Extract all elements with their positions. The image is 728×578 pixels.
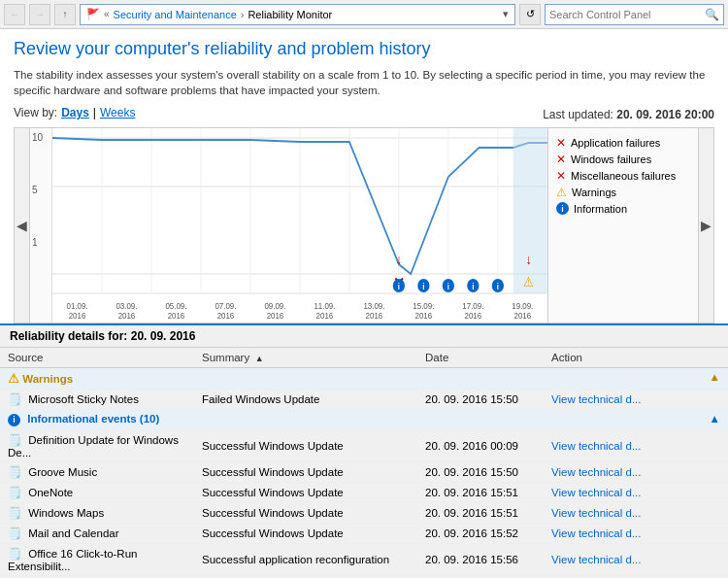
address-dropdown[interactable]: ▾ [503,8,509,20]
cell-date: 20. 09. 2016 15:52 [417,523,544,543]
cell-scroll [712,523,728,543]
cell-scroll [712,461,728,482]
y-label-5: 5 [32,185,50,195]
svg-text:2016: 2016 [366,311,383,322]
svg-text:2016: 2016 [415,311,433,322]
svg-text:2016: 2016 [316,311,334,322]
cell-date: 20. 09. 2016 15:51 [417,482,544,502]
chart-svg: ✕ ↓ i i i i i [52,128,547,323]
section-warnings: ⚠ Warnings ▲ [0,368,728,390]
section-info-toggle[interactable]: ▲ [710,413,720,425]
view-days-link[interactable]: Days [61,106,89,119]
legend-information: i Information [556,202,690,215]
cell-source: 🗒️ OneNote [0,482,194,502]
legend-misc-failures: ✕ Miscellaneous failures [556,169,690,183]
svg-text:i: i [422,282,424,292]
svg-text:2016: 2016 [217,311,235,322]
reliability-chart: ◀ 10 5 1 [14,127,714,323]
cell-summary: Successful application reconfiguration [194,543,417,575]
flag-icon: 🚩 [86,8,100,20]
cell-action[interactable]: View technical d... [544,543,712,575]
top-bar: ← → ↑ 🚩 « Security and Maintenance › Rel… [0,0,728,29]
svg-text:i: i [447,282,449,292]
app-icon: 🗒️ [8,527,21,539]
cell-action[interactable]: View technical d... [544,482,712,502]
cell-source: 🗒️ Microsoft Sticky Notes [0,390,194,410]
cell-action[interactable]: View technical d... [544,502,712,523]
view-weeks-link[interactable]: Weeks [100,106,135,119]
details-label: Reliability details for: [10,329,127,343]
svg-text:⚠: ⚠ [523,274,534,289]
breadcrumb-security[interactable]: Security and Maintenance [114,9,237,20]
table-row: 🗒️ Office 16 Click-to-Run Extensibilit..… [0,543,728,575]
table-row: 🗒️ Groove Music Successful Windows Updat… [0,461,728,482]
cell-action[interactable]: View technical d... [544,390,712,410]
cell-scroll [712,543,728,575]
last-updated: Last updated: 20. 09. 2016 20:00 [543,108,714,121]
cell-action[interactable]: View technical d... [544,523,712,543]
page-title: Review your computer's reliability and p… [14,39,714,59]
col-action[interactable]: Action [544,348,712,368]
chart-scroll-left[interactable]: ◀ [15,128,30,323]
forward-button[interactable]: → [29,4,50,25]
svg-rect-13 [513,128,547,293]
cell-date: 20. 09. 2016 15:56 [417,543,544,575]
section-info-label: Informational events (10) [27,413,159,425]
table-row: 🗒️ Microsoft Sticky Notes Failed Windows… [0,390,728,410]
info-icon: i [8,414,20,426]
back-button[interactable]: ← [4,4,25,25]
details-table: Source Summary ▲ Date Action ⚠ Warnings … [0,348,728,576]
svg-text:2016: 2016 [465,311,482,322]
cell-date: 20. 09. 2016 15:51 [417,502,544,523]
view-by-control: View by: Days | Weeks [14,106,135,119]
table-row: 🗒️ Definition Update for Windows De... S… [0,429,728,461]
breadcrumb-current: Reliability Monitor [248,9,332,20]
cell-source: 🗒️ Definition Update for Windows De... [0,429,194,461]
svg-text:2016: 2016 [514,311,532,322]
app-icon: 🗒️ [8,507,21,519]
cell-date: 20. 09. 2016 15:50 [417,461,544,482]
svg-text:i: i [398,282,400,292]
app-icon: 🗒️ [8,466,21,478]
cell-action[interactable]: View technical d... [544,429,712,461]
breadcrumb-arrow: › [241,9,245,20]
address-bar: 🚩 « Security and Maintenance › Reliabili… [80,4,515,25]
details-bar: Reliability details for: 20. 09. 2016 [0,323,728,348]
sort-arrow-summary: ▲ [252,354,263,363]
chart-area[interactable]: ✕ ↓ i i i i i [52,128,547,323]
details-date: 20. 09. 2016 [131,329,196,343]
app-icon: 🗒️ [8,434,21,446]
details-table-container[interactable]: Source Summary ▲ Date Action ⚠ Warnings … [0,348,728,576]
up-button[interactable]: ↑ [54,4,76,25]
cell-source: 🗒️ Groove Music [0,461,194,482]
table-row: 🗒️ Windows Maps Successful Windows Updat… [0,502,728,523]
section-warnings-label: Warnings [22,373,73,385]
scroll-col-header [712,348,728,368]
svg-text:i: i [472,282,474,292]
refresh-button[interactable]: ↺ [519,4,541,25]
col-date[interactable]: Date [417,348,544,368]
search-input[interactable] [549,9,705,20]
cell-action[interactable]: View technical d... [544,461,712,482]
cell-summary: Successful Windows Update [194,523,417,543]
chart-legend: ✕ Application failures ✕ Windows failure… [547,128,698,323]
main-content: Review your computer's reliability and p… [0,29,728,323]
cell-scroll [712,429,728,461]
col-source[interactable]: Source [0,348,194,368]
cell-date: 20. 09. 2016 15:50 [417,390,544,410]
search-icon[interactable]: 🔍 [705,8,719,21]
col-summary[interactable]: Summary ▲ [194,348,417,368]
section-warnings-toggle[interactable]: ▲ [710,371,720,383]
svg-text:2016: 2016 [267,311,284,322]
legend-windows-failures: ✕ Windows failures [556,153,690,166]
last-updated-value: 20. 09. 2016 20:00 [616,108,714,121]
cell-scroll [712,502,728,523]
view-by-label: View by: [14,106,57,119]
table-row: 🗒️ Mail and Calendar Successful Windows … [0,523,728,543]
y-label-10: 10 [32,132,50,143]
svg-text:↓: ↓ [526,252,532,267]
svg-text:2016: 2016 [69,311,86,322]
chart-scroll-right[interactable]: ▶ [698,128,713,323]
y-label-1: 1 [32,237,50,248]
cell-summary: Successful Windows Update [194,482,417,502]
